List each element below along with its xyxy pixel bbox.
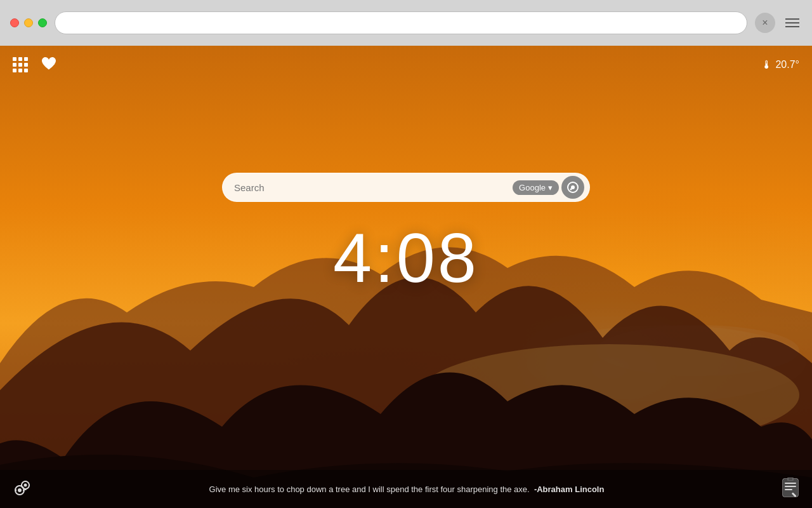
minimize-traffic-light[interactable] xyxy=(24,18,33,27)
quote-container: Give me six hours to chop down a tree an… xyxy=(32,485,782,494)
browser-menu-button[interactable] xyxy=(783,16,802,30)
temperature-display: 🌡 20.7° xyxy=(761,58,799,72)
svg-rect-21 xyxy=(783,479,798,497)
notes-icon[interactable] xyxy=(782,478,799,500)
search-engine-label: Google xyxy=(519,183,546,192)
svg-point-9 xyxy=(18,488,22,492)
menu-line-3 xyxy=(785,26,799,27)
menu-line-1 xyxy=(785,18,799,20)
search-input[interactable] xyxy=(234,182,513,193)
svg-rect-14 xyxy=(15,490,16,491)
chevron-down-icon: ▾ xyxy=(548,183,553,192)
svg-rect-13 xyxy=(19,494,21,495)
search-container: Google ▾ xyxy=(222,173,590,202)
close-traffic-light[interactable] xyxy=(10,18,19,27)
quote-body: Give me six hours to chop down a tree an… xyxy=(209,485,530,494)
svg-rect-12 xyxy=(19,485,21,486)
svg-rect-22 xyxy=(785,483,796,484)
new-tab-page: 🌡 20.7° Google ▾ 4:08 xyxy=(0,46,812,508)
close-tab-button[interactable]: × xyxy=(755,13,775,33)
clock-display: 4:08 xyxy=(333,217,479,298)
temperature-value: 20.7° xyxy=(775,59,799,70)
address-bar-container[interactable] xyxy=(55,11,747,34)
svg-rect-16 xyxy=(25,481,27,482)
svg-rect-15 xyxy=(23,490,24,491)
thermometer-icon: 🌡 xyxy=(761,58,773,72)
svg-rect-19 xyxy=(29,485,30,486)
search-bar[interactable]: Google ▾ xyxy=(222,173,590,202)
svg-point-11 xyxy=(24,484,27,487)
svg-rect-26 xyxy=(789,478,792,480)
close-icon: × xyxy=(762,17,768,29)
apps-grid-icon[interactable] xyxy=(13,57,28,72)
svg-rect-24 xyxy=(785,489,792,490)
search-engine-selector[interactable]: Google ▾ xyxy=(513,180,559,195)
menu-line-2 xyxy=(785,22,799,23)
search-submit-button[interactable] xyxy=(561,176,584,199)
bottom-bar: Give me six hours to chop down a tree an… xyxy=(0,470,812,508)
traffic-lights xyxy=(10,18,47,27)
maximize-traffic-light[interactable] xyxy=(38,18,47,27)
svg-rect-17 xyxy=(25,489,27,490)
quote-author: -Abraham Lincoln xyxy=(534,485,605,494)
search-submit-icon xyxy=(566,181,579,194)
address-bar-input[interactable] xyxy=(64,18,738,28)
svg-rect-23 xyxy=(785,486,796,487)
clock-time: 4:08 xyxy=(333,218,479,297)
settings-icon[interactable] xyxy=(13,478,32,500)
toolbar-left xyxy=(13,56,57,74)
svg-point-7 xyxy=(570,189,572,190)
browser-chrome: × xyxy=(0,0,812,46)
health-icon[interactable] xyxy=(41,56,57,74)
top-toolbar: 🌡 20.7° xyxy=(0,46,812,84)
svg-rect-18 xyxy=(21,485,22,486)
